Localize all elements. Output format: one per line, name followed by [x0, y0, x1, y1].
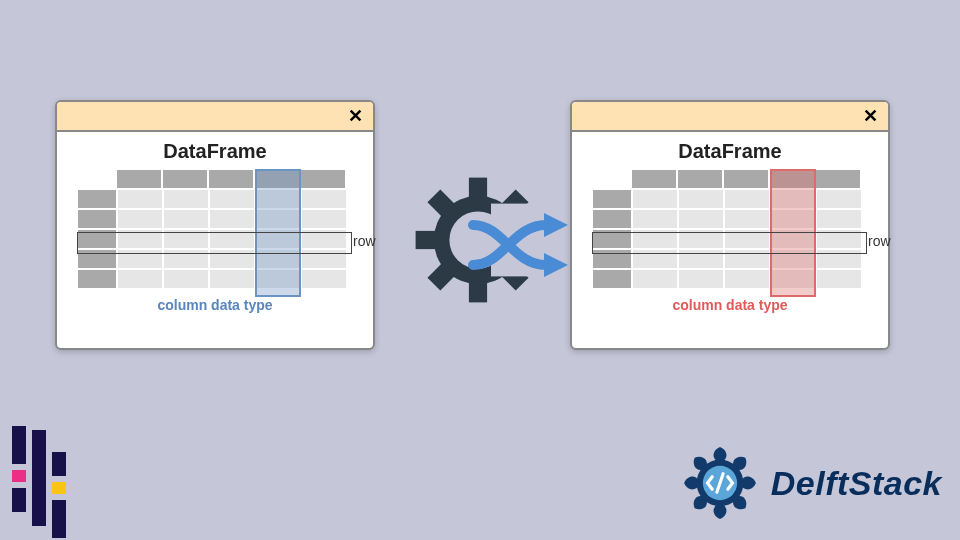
- dataframe-grid: row: [57, 169, 373, 289]
- svg-rect-1: [469, 178, 487, 199]
- svg-rect-3: [416, 231, 437, 249]
- column-dtype-label: column data type: [572, 297, 888, 313]
- brand-name: DelftStack: [771, 464, 942, 503]
- close-icon[interactable]: ✕: [863, 105, 878, 127]
- shuffle-arrows-icon: [468, 205, 568, 289]
- dataframe-panel-left: ✕ DataFrame row column data type: [55, 100, 375, 350]
- column-dtype-label: column data type: [57, 297, 373, 313]
- svg-marker-11: [544, 213, 568, 237]
- close-icon[interactable]: ✕: [348, 105, 363, 127]
- dataframe-title: DataFrame: [572, 140, 888, 163]
- delftstack-brand: DelftStack: [681, 444, 942, 522]
- row-label: row: [353, 233, 376, 249]
- window-titlebar: ✕: [572, 102, 888, 132]
- svg-marker-12: [544, 253, 568, 277]
- row-label: row: [868, 233, 891, 249]
- pandas-logo-icon: [12, 418, 66, 538]
- dataframe-title: DataFrame: [57, 140, 373, 163]
- window-titlebar: ✕: [57, 102, 373, 132]
- dataframe-panel-right: ✕ DataFrame row column data type: [570, 100, 890, 350]
- dataframe-grid: row: [572, 169, 888, 289]
- delftstack-logo-icon: [681, 444, 759, 522]
